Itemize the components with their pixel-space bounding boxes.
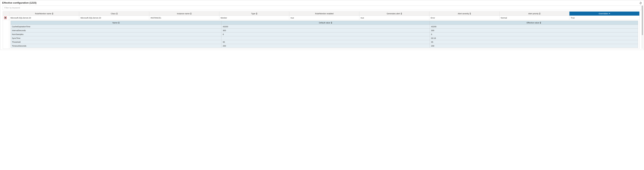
detail-cell-default: 200	[222, 44, 430, 48]
detail-cell-name: NumSamples	[10, 32, 222, 36]
cell-priority: Normal	[499, 16, 570, 20]
detail-cell-effective: 6	[430, 32, 638, 36]
cell-class: Microsoft.SQLServer.20	[79, 16, 149, 20]
sort-icon	[331, 22, 332, 24]
detail-host: Name Default value Effective value	[9, 20, 639, 49]
grid-container: Rule/Monitor name Class Instance name Ty…	[3, 11, 641, 49]
detail-grid: Name Default value Effective value	[10, 21, 638, 48]
chevron-down-circle-icon	[4, 17, 6, 19]
detail-column-header-name[interactable]: Name	[10, 21, 222, 25]
sort-icon	[470, 13, 471, 14]
detail-cell-effective: 00:18	[430, 36, 638, 40]
cell-generates: true	[359, 16, 430, 20]
detail-header-row: Name Default value Effective value	[10, 21, 638, 25]
sort-icon	[256, 13, 257, 14]
detail-cell-name: SyncTime	[10, 36, 222, 40]
refresh-icon[interactable]	[639, 1, 642, 4]
column-label: Default value	[319, 22, 330, 24]
main-grid: Rule/Monitor name Class Instance name Ty…	[3, 11, 640, 49]
panel-title: Effective configuration (1215)	[2, 1, 36, 4]
cell-rule-name: Microsoft.SQLServer.20	[9, 16, 79, 20]
sort-icon	[190, 13, 192, 14]
sort-icon	[118, 22, 120, 24]
detail-column-header-default[interactable]: Default value	[222, 21, 430, 25]
filter-input[interactable]	[3, 5, 641, 10]
cell-instance: INSTANCE1	[149, 16, 219, 20]
detail-column-header-effective[interactable]: Effective value	[430, 21, 638, 25]
detail-cell-effective: 200	[430, 44, 638, 48]
expand-row-button[interactable]	[4, 16, 7, 19]
sort-desc-icon	[609, 13, 610, 14]
column-label: Instance name	[177, 12, 190, 15]
expand-cell	[3, 16, 9, 20]
cell-type: Monitor	[219, 16, 289, 20]
sort-icon	[116, 13, 118, 14]
panel-header: Effective configuration (1215)	[1, 1, 643, 5]
column-label: Alert priority	[528, 12, 538, 15]
column-header-expand	[3, 11, 9, 16]
detail-table-row[interactable]: IntervalSeconds300300	[10, 28, 638, 32]
detail-cell-name: IntervalSeconds	[10, 28, 222, 32]
column-header-class[interactable]: Class	[79, 11, 149, 16]
detail-cell-name: Threshold	[10, 40, 222, 44]
column-header-priority[interactable]: Alert priority	[499, 11, 570, 16]
column-header-instance[interactable]: Instance name	[149, 11, 219, 16]
cell-severity: Error	[429, 16, 499, 20]
detail-table-row[interactable]: Threshold9595	[10, 40, 638, 44]
column-label: Generates alert	[387, 12, 400, 15]
grid-header-row: Rule/Monitor name Class Instance name Ty…	[3, 11, 640, 16]
detail-cell-name: TimeoutSeconds	[10, 44, 222, 48]
table-row[interactable]: Microsoft.SQLServer.20 Microsoft.SQLServ…	[3, 16, 640, 20]
column-header-type[interactable]: Type	[219, 11, 289, 16]
detail-cell-default	[222, 36, 430, 40]
column-label: Rule/Monitor enabled	[315, 12, 334, 15]
cell-enabled: true	[289, 16, 359, 20]
effective-configuration-panel: Effective configuration (1215) Rule	[0, 0, 644, 50]
column-label: Rule/Monitor name	[35, 12, 52, 15]
vertical-scrollbar[interactable]	[642, 5, 643, 49]
column-header-generates[interactable]: Generates alert	[359, 11, 430, 16]
column-label: Effective value	[527, 22, 539, 24]
panel-body: Rule/Monitor name Class Instance name Ty…	[1, 5, 643, 49]
sort-icon	[401, 13, 402, 14]
column-label: Alert severity	[458, 12, 469, 15]
column-label: Name	[112, 22, 118, 24]
sort-icon	[52, 13, 53, 14]
column-label: Type	[251, 12, 256, 15]
scrollbar-thumb[interactable]	[642, 5, 643, 35]
column-label: Overridden	[599, 12, 608, 15]
detail-table-row[interactable]: TimeoutSeconds200200	[10, 44, 638, 48]
detail-table-row[interactable]: CacheExpirationTime4320043200	[10, 25, 638, 28]
detail-cell-default: 300	[222, 28, 430, 32]
detail-row: Name Default value Effective value	[3, 20, 640, 49]
column-header-rule-name[interactable]: Rule/Monitor name	[9, 11, 79, 16]
detail-cell-effective: 300	[430, 28, 638, 32]
column-label: Class	[111, 12, 116, 15]
detail-cell-effective: 95	[430, 40, 638, 44]
detail-cell-default: 95	[222, 40, 430, 44]
detail-table-row[interactable]: SyncTime00:18	[10, 36, 638, 40]
cell-overridden: True	[570, 16, 640, 20]
detail-spacer	[3, 20, 9, 49]
detail-cell-default: 6	[222, 32, 430, 36]
sort-icon	[540, 22, 541, 24]
detail-cell-effective: 43200	[430, 25, 638, 28]
column-header-severity[interactable]: Alert severity	[429, 11, 499, 16]
detail-cell-name: CacheExpirationTime	[10, 25, 222, 28]
column-header-overridden[interactable]: Overridden	[570, 11, 640, 16]
detail-table-row[interactable]: NumSamples66	[10, 32, 638, 36]
sort-icon	[539, 13, 540, 14]
detail-cell-default: 43200	[222, 25, 430, 28]
column-header-enabled[interactable]: Rule/Monitor enabled	[289, 11, 359, 16]
